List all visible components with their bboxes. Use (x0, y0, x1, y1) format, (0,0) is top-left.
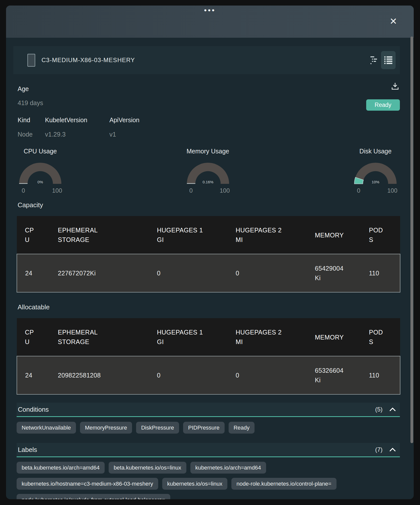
gauge-min-label: 0 (22, 187, 25, 194)
allocatable-table: CPU EPHEMERAL STORAGE HUGEPAGES 1 GI HUG… (17, 318, 400, 395)
gauge-min-label: 0 (189, 187, 193, 194)
gauge-min-label: 0 (357, 187, 360, 194)
table-cell-hugepages-1gi: 0 (149, 254, 228, 292)
gauge-title: Disk Usage (359, 147, 392, 155)
label-chip[interactable]: node.kubernetes.io/exclude-from-external… (17, 494, 170, 499)
table-cell-hugepages-1gi: 0 (149, 356, 228, 394)
table-cell-cpu: 24 (17, 254, 50, 292)
label-chip[interactable]: kubernetes.io/arch=amd64 (190, 462, 266, 474)
node-title: C3-MEDIUM-X86-03-MESHERY (41, 57, 370, 64)
kind-value: Node (18, 131, 45, 138)
table-cell-ephemeral-storage: 209822581208 (50, 356, 149, 394)
table-cell-pods: 110 (361, 356, 400, 394)
condition-chip[interactable]: MemoryPressure (80, 422, 132, 434)
table-cell-hugepages-2mi: 0 (228, 356, 307, 394)
kind-version-section: Kind Node KubeletVersion v1.29.3 ApiVers… (18, 116, 400, 138)
kubelet-version-label: KubeletVersion (45, 116, 109, 124)
kubelet-version-value: v1.29.3 (45, 131, 109, 138)
memory-usage-gauge: Memory Usage 0.16% 0 100 (186, 147, 230, 194)
condition-chip[interactable]: PIDPressure (183, 422, 225, 434)
labels-title: Labels (18, 446, 375, 454)
select-checkbox[interactable] (27, 54, 35, 67)
label-chip[interactable]: beta.kubernetes.io/os=linux (109, 462, 186, 474)
table-cell-hugepages-2mi: 0 (228, 254, 307, 292)
gauge-title: Memory Usage (187, 147, 229, 155)
condition-chip[interactable]: NetworkUnavailable (17, 422, 76, 434)
capacity-table: CPU EPHEMERAL STORAGE HUGEPAGES 1 GI HUG… (17, 216, 400, 292)
column-header-pods: PODS (361, 318, 400, 356)
conditions-count: (5) (375, 406, 383, 413)
usage-gauges: CPU Usage 0% 0 100 Memory Usage 0.16% 0 … (18, 147, 398, 194)
gauge-max-label: 100 (220, 187, 230, 194)
conditions-chip-list: NetworkUnavailable MemoryPressure DiskPr… (17, 422, 400, 434)
close-icon[interactable]: ✕ (388, 16, 399, 27)
label-chip[interactable]: kubernetes.io/hostname=c3-medium-x86-03-… (17, 478, 158, 490)
labels-count: (7) (375, 446, 383, 453)
gauge-arc: 10% (353, 162, 398, 186)
card-header: C3-MEDIUM-X86-03-MESHERY (13, 46, 400, 74)
age-label: Age (18, 85, 400, 93)
table-header-row: CPU EPHEMERAL STORAGE HUGEPAGES 1 GI HUG… (17, 318, 400, 356)
download-icon[interactable] (391, 82, 399, 91)
conditions-title: Conditions (18, 406, 375, 413)
column-header-memory: MEMORY (307, 318, 361, 356)
column-header-cpu: CPU (17, 216, 50, 254)
node-details-modal: ••• ✕ C3-MEDIUM-X86-03-MESHERY Age 419 d… (6, 6, 414, 499)
gauge-value: 0.16% (202, 180, 213, 184)
column-header-cpu: CPU (17, 318, 50, 356)
api-version-label: ApiVersion (109, 116, 400, 124)
column-header-pods: PODS (361, 216, 400, 254)
chevron-up-icon[interactable] (389, 407, 396, 411)
table-row: 24 227672072Ki 0 0 65429004Ki 110 (17, 254, 400, 292)
gauge-max-label: 100 (52, 187, 62, 194)
gauge-axis: 0 100 (186, 187, 230, 194)
table-cell-pods: 110 (361, 254, 400, 292)
column-header-hugepages-1gi: HUGEPAGES 1 GI (149, 216, 228, 254)
table-cell-memory: 65326604Ki (307, 356, 361, 394)
capacity-title: Capacity (18, 201, 400, 209)
meta-section: Age 419 days Ready (18, 85, 400, 107)
label-chip[interactable]: beta.kubernetes.io/arch=amd64 (17, 462, 105, 474)
column-header-ephemeral-storage: EPHEMERAL STORAGE (50, 216, 149, 254)
chevron-up-icon[interactable] (389, 448, 396, 452)
table-row: 24 209822581208 0 0 65326604Ki 110 (17, 356, 400, 394)
flat-view-icon[interactable] (370, 56, 377, 65)
gauge-value: 10% (372, 180, 379, 184)
gauge-axis: 0 100 (353, 187, 398, 194)
table-header-row: CPU EPHEMERAL STORAGE HUGEPAGES 1 GI HUG… (17, 216, 400, 254)
conditions-section-header[interactable]: Conditions (5) (17, 403, 400, 417)
gauge-axis: 0 100 (18, 187, 62, 194)
kind-label: Kind (18, 116, 45, 124)
table-cell-cpu: 24 (17, 356, 50, 394)
gauge-title: CPU Usage (24, 147, 57, 155)
disk-usage-gauge: Disk Usage 10% 0 100 (353, 147, 398, 194)
gauge-value: 0% (37, 180, 43, 184)
table-cell-ephemeral-storage: 227672072Ki (50, 254, 149, 292)
gauge-arc: 0% (18, 162, 62, 186)
detailed-list-icon (384, 56, 393, 64)
labels-section-header[interactable]: Labels (7) (17, 443, 400, 457)
api-version-value: v1 (109, 131, 400, 138)
column-header-hugepages-1gi: HUGEPAGES 1 GI (149, 318, 228, 356)
gauge-max-label: 100 (387, 187, 397, 194)
column-header-hugepages-2mi: HUGEPAGES 2 MI (228, 318, 307, 356)
column-header-memory: MEMORY (307, 216, 361, 254)
labels-chip-list: beta.kubernetes.io/arch=amd64 beta.kuber… (17, 462, 400, 499)
detail-view-button[interactable] (381, 51, 396, 69)
age-value: 419 days (18, 99, 400, 107)
label-chip[interactable]: kubernetes.io/os=linux (162, 478, 228, 490)
cpu-usage-gauge: CPU Usage 0% 0 100 (18, 147, 62, 194)
gauge-arc: 0.16% (186, 162, 230, 186)
status-badge: Ready (366, 99, 400, 111)
condition-chip[interactable]: Ready (229, 422, 255, 434)
vertical-scrollbar[interactable] (410, 36, 413, 443)
condition-chip[interactable]: DiskPressure (136, 422, 179, 434)
column-header-ephemeral-storage: EPHEMERAL STORAGE (50, 318, 149, 356)
allocatable-title: Allocatable (18, 303, 400, 311)
modal-drag-header: ••• ✕ (6, 6, 414, 38)
drag-handle-icon[interactable]: ••• (204, 7, 216, 14)
table-cell-memory: 65429004Ki (307, 254, 361, 292)
column-header-hugepages-2mi: HUGEPAGES 2 MI (228, 216, 307, 254)
label-chip[interactable]: node-role.kubernetes.io/control-plane= (231, 478, 336, 490)
